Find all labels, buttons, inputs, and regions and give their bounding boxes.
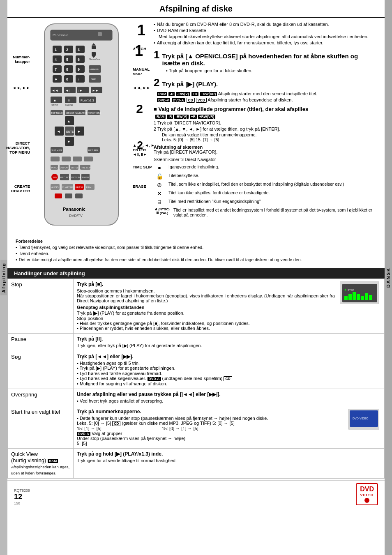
svg-rect-11 xyxy=(92,46,96,49)
svg-text:DVD VIDEO: DVD VIDEO xyxy=(353,417,369,420)
soeg-title: Tryk på [◄◄] eller [▶▶]. xyxy=(77,354,381,359)
svg-text:▲: ▲ xyxy=(67,119,71,123)
svg-text:REC: REC xyxy=(53,176,58,179)
svg-rect-48 xyxy=(65,97,76,103)
step-2-number-label-a: 2 xyxy=(136,102,143,116)
pause-title: Tryk på [II]. xyxy=(77,336,381,342)
create-chapter-label: CREATECHAPTER xyxy=(5,184,30,193)
svg-rect-31 xyxy=(64,75,73,83)
svg-text:7: 7 xyxy=(55,67,57,71)
svg-rect-21 xyxy=(53,65,62,73)
svg-rect-33 xyxy=(76,75,85,83)
svg-text:1: 1 xyxy=(55,48,57,52)
svg-rect-113 xyxy=(365,293,368,300)
svg-text:SUB MENU: SUB MENU xyxy=(51,149,63,152)
svg-text:6: 6 xyxy=(78,58,80,62)
svg-text:#: # xyxy=(78,78,80,81)
svg-text:EXT LINK: EXT LINK xyxy=(71,176,82,179)
svg-rect-109 xyxy=(348,294,352,300)
stop-sub-body: Tryk på [▶] (PLAY) for at genstarte fra … xyxy=(77,311,337,331)
svg-text:4: 4 xyxy=(55,58,57,62)
svg-text:9: 9 xyxy=(78,67,80,71)
top-bullets: • Når du bruger 8 cm DVD-RAM eller 8 cm … xyxy=(154,22,376,45)
badge-plus-rw-vr: +RW(VR) xyxy=(200,92,217,96)
action-right-overspring: Under afspilning eller ved pause trykkes… xyxy=(74,389,385,406)
svg-text:II: II xyxy=(68,99,69,102)
step-1: 1 Tryk på [▲ OPEN/CLOSE] på hovedenheden… xyxy=(154,48,376,73)
svg-text:MANUAL: MANUAL xyxy=(90,68,100,71)
number-1-label: 1 xyxy=(137,22,145,39)
action-left-stop: Stop xyxy=(8,279,74,334)
svg-rect-20 xyxy=(92,52,96,55)
step-1-number-label: 1 xyxy=(135,42,143,60)
start-tv-image: DVD VIDEO xyxy=(348,409,379,429)
forberedelse-section: Forberedelse • Tænd fjernsynet, og vælg … xyxy=(7,236,385,266)
svg-text:3: 3 xyxy=(78,48,80,52)
svg-rect-6 xyxy=(64,46,73,53)
svg-text:■: ■ xyxy=(54,99,56,102)
step-1-sub: Tryk på knappen igen for at lukke skuffe… xyxy=(169,68,253,73)
page-number: 12 xyxy=(14,493,30,501)
svg-text:0: 0 xyxy=(66,77,68,81)
icon-row-2: 🔒 Titelbeskyttelse. xyxy=(154,173,376,180)
stop-body: Stop-position gemmes i hukommelsen. Når … xyxy=(77,288,337,303)
badge-plus-r: +R xyxy=(191,92,198,96)
forberedelse-item-3: • Det er ikke muligt at afspille uden af… xyxy=(16,257,376,262)
svg-rect-8 xyxy=(76,46,85,53)
svg-text:ENTER: ENTER xyxy=(66,130,76,133)
action-right-soeg: Tryk på [◄◄] eller [▶▶]. • Hastigheden ø… xyxy=(74,351,385,389)
quickview-body: Tryk igen for at vende tilbage til norma… xyxy=(77,458,381,463)
action-left-start: Start fra en valgt titel xyxy=(8,406,74,449)
icon-lock: 🔒 xyxy=(154,173,165,180)
svg-rect-75 xyxy=(73,157,82,161)
ff-rew-left-label: ◄◄, ►► xyxy=(9,85,30,90)
svg-text:●: ● xyxy=(344,288,346,292)
action-right-pause: Tryk på [II]. Tryk igen, eller tryk på [… xyxy=(74,334,385,351)
svg-rect-12 xyxy=(53,55,62,63)
step-1-heading: Tryk på [▲ OPEN/CLOSE] på hovedenheden f… xyxy=(162,53,376,67)
svg-text:DIRECT NAVIGATOR: DIRECT NAVIGATOR xyxy=(66,112,88,114)
icon-row-3: ⊘ Titel, som ikke er indspillet, fordi d… xyxy=(154,182,376,188)
icon-once-desc: Titel med restriktionen "Kun engangsinds… xyxy=(168,199,376,204)
svg-text:DVD/TV: DVD/TV xyxy=(69,214,83,218)
svg-rect-112 xyxy=(361,296,364,300)
svg-text:FUNCTIONS: FUNCTIONS xyxy=(88,112,101,114)
icon-damaged-desc: Titel kan ikke afspilles, fordi dataene … xyxy=(168,190,376,195)
direct-navigator-label: DIRECTNAVIGATOR,TOP MENU xyxy=(0,141,30,154)
valg-badge-plus-r: +R xyxy=(190,115,197,119)
svg-rect-103 xyxy=(75,193,83,198)
svg-rect-4 xyxy=(53,46,62,53)
svg-text:◄: ◄ xyxy=(57,129,60,134)
start-badge-dvda: DVD-A xyxy=(77,432,90,436)
table-row-start: Start fra en valgt titel Tryk på nummerk… xyxy=(8,406,385,449)
ch-label: ∧ ∨ CH xyxy=(133,46,161,51)
icon-ntsc-pal-desc: Titel er indspillet med et andet kodning… xyxy=(173,207,376,217)
pause-body: Tryk igen, eller tryk på [▶] (PLAY) for … xyxy=(77,343,381,348)
valg-step2-sub: Du kan også vælge titler med nummerknapp… xyxy=(162,132,376,142)
badge-dvda: DVD-A xyxy=(172,98,185,102)
svg-text:PROG/: PROG/ xyxy=(51,166,58,169)
start-title: Tryk på nummerknapperne. xyxy=(77,409,345,415)
svg-text:TIMER: TIMER xyxy=(82,176,89,179)
valg-step2: 2 Tryk på [▲, ▼, ◄, ►] for at vælge titl… xyxy=(154,127,376,131)
soeg-badge-cd: CD xyxy=(224,376,232,381)
quickview-sub: Afspilningshastigheden kan øges,uden at … xyxy=(11,465,69,475)
badge-dvdv: DVD-V xyxy=(157,98,170,102)
svg-text:TIME SLIP: TIME SLIP xyxy=(81,166,91,169)
svg-text:◄|: ◄| xyxy=(65,89,69,92)
table-row-quickview: Quick View (hurtig visning) RAM Afspilni… xyxy=(8,449,385,479)
table-row-soeg: Søg Tryk på [◄◄] eller [▶▶]. • Hastighed… xyxy=(8,351,385,389)
badge-r: -R xyxy=(168,92,175,96)
rqt-code: RQT8209 xyxy=(14,488,30,493)
svg-text:STOP: STOP xyxy=(348,289,354,291)
start-badge-cd: CD xyxy=(112,421,120,426)
svg-text:DISPLAY: DISPLAY xyxy=(60,166,69,169)
svg-rect-16 xyxy=(76,55,85,63)
badge-cd: CD xyxy=(187,98,195,103)
svg-text:5: 5 xyxy=(66,58,68,62)
svg-text:▼: ▼ xyxy=(67,140,71,144)
svg-text:PAUSE: PAUSE xyxy=(65,104,73,106)
icon-row-6: 🖥 (NTSC)🖥 (PAL) Titel er indspillet med … xyxy=(154,207,376,217)
icon-blocked-desc: Titel, som ikke er indspillet, fordi den… xyxy=(168,182,376,187)
quickview-badge-ram: RAM xyxy=(48,459,58,463)
